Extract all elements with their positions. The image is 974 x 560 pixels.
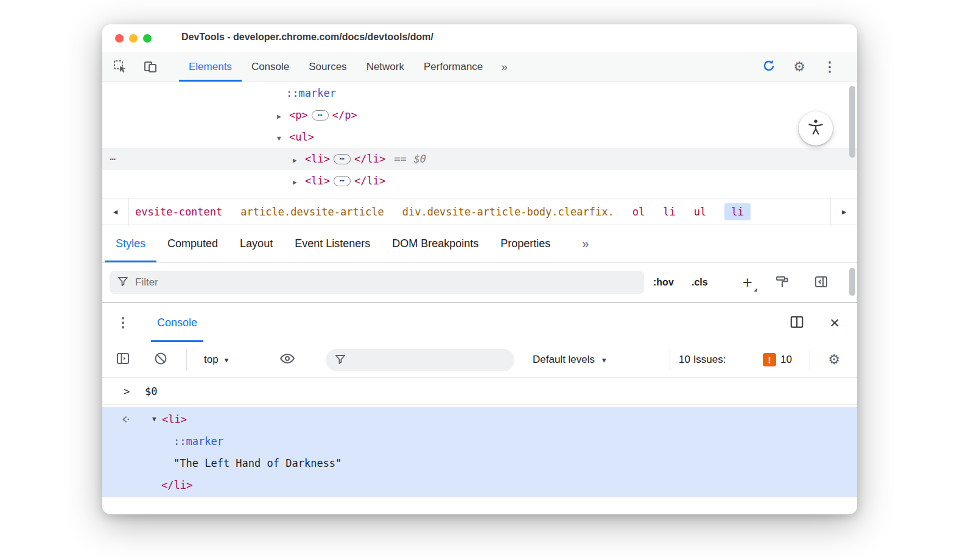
tab-event-listeners[interactable]: Event Listeners — [284, 225, 381, 262]
clear-circle-slash-icon — [153, 351, 168, 368]
chevron-down-icon: ▾ — [602, 355, 606, 365]
collapse-arrow-icon[interactable]: ▼ — [277, 128, 289, 150]
console-settings-button[interactable]: ⚙ — [824, 350, 844, 369]
gear-icon: ⚙ — [828, 352, 840, 368]
sidebar-panel-icon — [116, 351, 130, 368]
console-prompt-icon: > — [124, 378, 130, 405]
context-label: top — [204, 354, 219, 366]
more-sidebar-tabs-button[interactable]: » — [576, 225, 595, 262]
levels-label: Default levels — [533, 354, 595, 366]
tab-elements[interactable]: Elements — [179, 52, 242, 82]
inline-expand-icon[interactable]: ⋯ — [334, 154, 351, 164]
titlebar: DevTools - developer.chrome.com/docs/dev… — [102, 24, 857, 52]
tab-network[interactable]: Network — [357, 52, 414, 82]
console-filter-field[interactable] — [326, 349, 514, 371]
create-live-expression-button[interactable] — [278, 350, 297, 369]
accessibility-overlay-button[interactable] — [799, 111, 833, 145]
toggle-device-toolbar-button[interactable] — [140, 57, 161, 78]
breadcrumb-item[interactable]: ol — [632, 206, 645, 218]
split-drawer-button[interactable] — [787, 313, 807, 334]
issues-counter-button[interactable]: 10 Issues: — [679, 342, 726, 377]
console-sidebar-button[interactable] — [113, 350, 133, 369]
tab-properties[interactable]: Properties — [489, 225, 561, 262]
issue-badge-icon[interactable]: ! — [763, 353, 776, 366]
tab-styles[interactable]: Styles — [105, 225, 156, 262]
breadcrumb-scroll-right-button[interactable]: ▶ — [830, 198, 857, 225]
close-window-button[interactable] — [115, 34, 124, 43]
breadcrumb-item[interactable]: ul — [694, 206, 706, 218]
elements-sidebar-tabs: Styles Computed Layout Event Listeners D… — [102, 225, 857, 263]
split-panel-icon — [789, 314, 805, 332]
result-line-text: "The Left Hand of Darkness" — [102, 452, 857, 474]
tab-performance[interactable]: Performance — [414, 52, 492, 82]
filter-funnel-icon — [117, 275, 129, 290]
inline-expand-icon[interactable]: ⋯ — [312, 110, 329, 121]
console-input-expression[interactable]: $0 — [145, 378, 157, 405]
breadcrumb-scroll-left-button[interactable]: ◀ — [102, 198, 129, 225]
collapse-arrow-icon[interactable]: ▼ — [152, 408, 156, 430]
log-levels-dropdown[interactable]: Default levels ▾ — [533, 342, 606, 377]
tree-row-p[interactable]: ▶<p>⋯</p> — [102, 104, 857, 126]
tree-row-ul[interactable]: ▼<ul> — [102, 126, 857, 148]
javascript-context-selector[interactable]: top ▾ — [204, 342, 228, 377]
inline-expand-icon[interactable]: ⋯ — [334, 176, 351, 186]
tag-close: </li> — [354, 153, 385, 165]
divider — [810, 349, 810, 370]
close-icon: ✕ — [829, 316, 840, 331]
equals-sign: == — [394, 153, 406, 165]
result-line-open[interactable]: ▼ <li> — [102, 408, 857, 430]
divider — [670, 349, 670, 370]
result-line-close: </li> — [102, 474, 857, 496]
toggle-sidebar-button[interactable] — [811, 273, 832, 293]
rendering-emulation-button[interactable] — [772, 273, 793, 293]
breadcrumb-item[interactable]: article.devsite-article — [240, 206, 384, 218]
customize-devtools-button[interactable]: ⋮ — [819, 57, 840, 77]
tab-computed[interactable]: Computed — [156, 225, 229, 262]
tree-row-marker[interactable]: ::marker — [102, 82, 857, 104]
window-controls — [115, 34, 152, 43]
tab-sources[interactable]: Sources — [299, 52, 356, 82]
drawer-tab-console[interactable]: Console — [151, 303, 203, 342]
scrollbar-thumb[interactable] — [849, 268, 855, 296]
console-toolbar: top ▾ Default levels ▾ 10 Issues: ! 10 ⚙ — [102, 342, 857, 378]
expand-arrow-icon[interactable]: ▶ — [277, 106, 289, 128]
chevron-right-icon: ▶ — [842, 208, 846, 216]
console-prompt-row[interactable]: > $0 — [102, 378, 857, 405]
tab-layout[interactable]: Layout — [229, 225, 284, 262]
scrollbar-thumb[interactable] — [849, 86, 855, 158]
close-drawer-button[interactable]: ✕ — [824, 313, 845, 334]
element-classes-button[interactable]: .cls — [692, 263, 708, 302]
expand-arrow-icon[interactable]: ▶ — [293, 150, 305, 172]
styles-filter-input[interactable] — [135, 276, 609, 289]
tab-dom-breakpoints[interactable]: DOM Breakpoints — [381, 225, 489, 262]
breadcrumb-item[interactable]: div.devsite-article-body.clearfix. — [402, 206, 614, 218]
breadcrumb-item[interactable]: li — [663, 206, 675, 218]
breadcrumb-item[interactable]: evsite-content — [135, 206, 222, 218]
clear-console-button[interactable] — [151, 350, 170, 369]
toggle-element-state-button[interactable]: :hov — [653, 263, 674, 302]
expand-arrow-icon[interactable]: ▶ — [293, 172, 305, 194]
inspect-element-button[interactable] — [110, 57, 130, 78]
divider — [186, 349, 187, 370]
devtools-window: DevTools - developer.chrome.com/docs/dev… — [102, 24, 857, 514]
issues-count[interactable]: 10 — [780, 342, 792, 377]
tag-open: <p> — [289, 109, 308, 121]
row-actions-icon[interactable]: ⋯ — [110, 148, 116, 170]
tree-row-li[interactable]: ▶<li>⋯</li> — [102, 170, 857, 192]
pseudo-element-label: ::marker — [286, 87, 336, 99]
drawer-menu-button[interactable]: ⋮ — [117, 303, 129, 342]
tag-open: <ul> — [289, 131, 314, 143]
styles-filter-field[interactable] — [110, 271, 644, 294]
settings-button[interactable]: ⚙ — [789, 57, 810, 77]
panel-tabs: Elements Console Sources Network Perform… — [179, 52, 516, 82]
more-panels-button[interactable]: » — [492, 52, 516, 82]
breadcrumb-item-selected[interactable]: li — [724, 203, 750, 220]
tag-close: </p> — [332, 109, 357, 121]
plus-icon: + — [743, 273, 752, 292]
minimize-window-button[interactable] — [129, 34, 138, 43]
zoom-window-button[interactable] — [143, 34, 152, 43]
new-style-rule-button[interactable]: + — [735, 269, 760, 296]
tab-console[interactable]: Console — [242, 52, 299, 82]
tree-row-li-selected[interactable]: ⋯ ▶<li>⋯</li>==$0 — [102, 148, 857, 170]
refresh-status-button[interactable] — [759, 57, 779, 77]
